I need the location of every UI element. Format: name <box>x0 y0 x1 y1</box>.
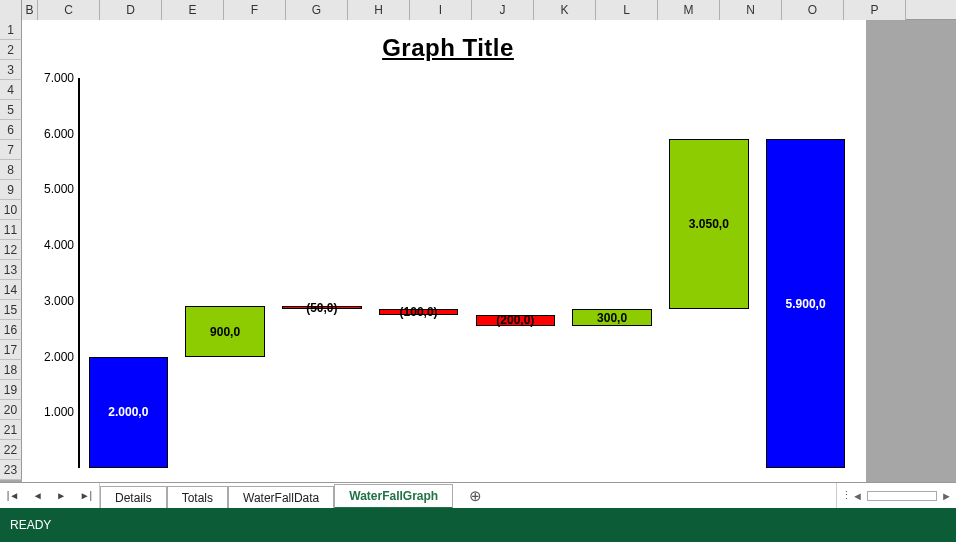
row-header-2[interactable]: 2 <box>0 40 22 60</box>
row-header-18[interactable]: 18 <box>0 360 22 380</box>
row-headers: 1234567891011121314151617181920212223 <box>0 20 22 480</box>
sheet-tab-waterfalldata[interactable]: WaterFallData <box>228 486 334 509</box>
col-header-O[interactable]: O <box>782 0 844 20</box>
y-tick-label: 1.000 <box>38 405 74 419</box>
embedded-chart[interactable]: Graph Title 2.000,0900,0(50,0)(100,0)(20… <box>38 20 858 480</box>
next-sheet-icon[interactable]: ► <box>56 490 66 501</box>
bar-label: (200,0) <box>476 313 555 327</box>
bar-label: 300,0 <box>572 311 651 325</box>
y-tick-label: 5.000 <box>38 182 74 196</box>
row-header-19[interactable]: 19 <box>0 380 22 400</box>
scroll-dots-icon: ⋮ <box>841 489 852 502</box>
horizontal-scroll[interactable]: ⋮ ◄ ► <box>836 483 956 508</box>
prev-sheet-icon[interactable]: ◄ <box>33 490 43 501</box>
sheet-tab-totals[interactable]: Totals <box>167 486 228 509</box>
add-sheet-button[interactable]: ⊕ <box>461 483 489 508</box>
row-header-8[interactable]: 8 <box>0 160 22 180</box>
row-header-20[interactable]: 20 <box>0 400 22 420</box>
col-header-C[interactable]: C <box>38 0 100 20</box>
bar-label: 5.900,0 <box>766 297 845 311</box>
last-sheet-icon[interactable]: ►| <box>80 490 93 501</box>
col-header-G[interactable]: G <box>286 0 348 20</box>
col-header-I[interactable]: I <box>410 0 472 20</box>
scroll-left-icon[interactable]: ◄ <box>852 490 863 502</box>
col-header-B[interactable]: B <box>22 0 38 20</box>
y-tick-label: 7.000 <box>38 71 74 85</box>
row-header-7[interactable]: 7 <box>0 140 22 160</box>
tab-navigation: |◄ ◄ ► ►| <box>0 483 100 508</box>
bar-label: 900,0 <box>185 325 264 339</box>
worksheet-area: BCDEFGHIJKLMNOP 123456789101112131415161… <box>0 0 956 482</box>
sheet-tabs: DetailsTotalsWaterFallDataWaterFallGraph <box>100 483 453 508</box>
chart-title: Graph Title <box>38 34 858 62</box>
row-header-11[interactable]: 11 <box>0 220 22 240</box>
col-header-N[interactable]: N <box>720 0 782 20</box>
col-header-E[interactable]: E <box>162 0 224 20</box>
row-header-23[interactable]: 23 <box>0 460 22 480</box>
col-header-P[interactable]: P <box>844 0 906 20</box>
row-header-6[interactable]: 6 <box>0 120 22 140</box>
col-header-L[interactable]: L <box>596 0 658 20</box>
row-header-22[interactable]: 22 <box>0 440 22 460</box>
row-header-14[interactable]: 14 <box>0 280 22 300</box>
plot-area: 2.000,0900,0(50,0)(100,0)(200,0)300,03.0… <box>80 78 854 468</box>
scroll-right-icon[interactable]: ► <box>941 490 952 502</box>
row-header-10[interactable]: 10 <box>0 200 22 220</box>
row-header-12[interactable]: 12 <box>0 240 22 260</box>
sheet-tab-details[interactable]: Details <box>100 486 167 509</box>
status-ready: READY <box>10 518 51 532</box>
row-header-17[interactable]: 17 <box>0 340 22 360</box>
col-header-K[interactable]: K <box>534 0 596 20</box>
bar-label: 2.000,0 <box>89 405 168 419</box>
bar-label: (50,0) <box>282 301 361 315</box>
row-header-5[interactable]: 5 <box>0 100 22 120</box>
column-headers: BCDEFGHIJKLMNOP <box>0 0 956 20</box>
status-bar: READY <box>0 508 956 542</box>
col-header-H[interactable]: H <box>348 0 410 20</box>
row-header-15[interactable]: 15 <box>0 300 22 320</box>
first-sheet-icon[interactable]: |◄ <box>7 490 20 501</box>
col-header-J[interactable]: J <box>472 0 534 20</box>
row-header-4[interactable]: 4 <box>0 80 22 100</box>
scroll-track[interactable] <box>867 491 937 501</box>
sheet-tabs-bar: |◄ ◄ ► ►| DetailsTotalsWaterFallDataWate… <box>0 482 956 508</box>
row-header-1[interactable]: 1 <box>0 20 22 40</box>
col-header-D[interactable]: D <box>100 0 162 20</box>
col-header-M[interactable]: M <box>658 0 720 20</box>
bar-label: (100,0) <box>379 305 458 319</box>
row-header-16[interactable]: 16 <box>0 320 22 340</box>
col-header-F[interactable]: F <box>224 0 286 20</box>
row-header-21[interactable]: 21 <box>0 420 22 440</box>
sheet-tab-waterfallgraph[interactable]: WaterFallGraph <box>334 484 453 509</box>
y-tick-label: 2.000 <box>38 350 74 364</box>
y-tick-label: 3.000 <box>38 294 74 308</box>
y-tick-label: 4.000 <box>38 238 74 252</box>
row-header-3[interactable]: 3 <box>0 60 22 80</box>
row-header-13[interactable]: 13 <box>0 260 22 280</box>
y-tick-label: 6.000 <box>38 127 74 141</box>
bar-label: 3.050,0 <box>669 217 748 231</box>
row-header-9[interactable]: 9 <box>0 180 22 200</box>
